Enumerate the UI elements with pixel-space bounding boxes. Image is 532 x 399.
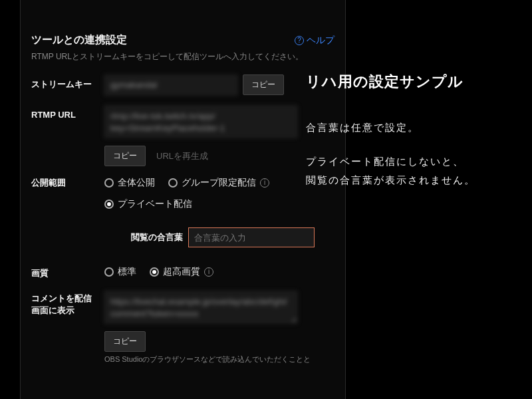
comment-url-input[interactable]: https://livechat.example.jp/overlay/abc/… <box>104 291 297 323</box>
label-stream-key: ストリームキー <box>31 74 104 90</box>
radio-group[interactable]: グループ限定配信 i <box>168 177 269 189</box>
row-visibility: 公開範囲 全体公開 グループ限定配信 i プライベート配信 <box>31 177 334 261</box>
settings-panel: ツールとの連携設定 ? ヘルプ RTMP URLとストリームキーをコピーして配信… <box>20 0 346 399</box>
row-quality: 画質 標準 超高画質 i <box>31 266 334 279</box>
password-row: 閲覧の合言葉 <box>131 227 334 247</box>
radio-label: 標準 <box>118 266 136 278</box>
radio-icon <box>104 178 114 188</box>
copy-comment-button[interactable]: コピー <box>104 331 146 352</box>
radio-icon <box>104 267 114 277</box>
label-password: 閲覧の合言葉 <box>131 231 183 243</box>
row-comment: コメントを配信 画面に表示 https://livechat.example.j… <box>31 291 334 364</box>
regenerate-url-link[interactable]: URLを再生成 <box>156 150 208 162</box>
stream-key-input[interactable] <box>104 75 237 95</box>
label-rtmp: RTMP URL <box>31 106 104 120</box>
help-icon: ? <box>295 36 304 45</box>
radio-label: 全体公開 <box>118 177 155 189</box>
row-rtmp: RTMP URL rtmp://live-tok.twitch.tv/app/ … <box>31 106 334 166</box>
radio-label: プライベート配信 <box>118 198 192 210</box>
label-quality: 画質 <box>31 266 104 279</box>
info-icon[interactable]: i <box>260 178 269 188</box>
help-link[interactable]: ? ヘルプ <box>295 35 334 47</box>
radio-label: グループ限定配信 <box>182 177 256 189</box>
radio-public[interactable]: 全体公開 <box>104 177 155 189</box>
radio-icon <box>150 267 159 277</box>
radio-high[interactable]: 超高画質 i <box>150 266 213 278</box>
radio-label: 超高画質 <box>163 266 200 278</box>
radio-standard[interactable]: 標準 <box>104 266 136 278</box>
info-icon[interactable]: i <box>204 267 213 277</box>
rtmp-url-input[interactable]: rtmp://live-tok.twitch.tv/app/ key=Strea… <box>104 106 297 138</box>
label-comment: コメントを配信 画面に表示 <box>31 291 104 317</box>
password-input[interactable] <box>188 227 315 247</box>
row-stream-key: ストリームキー コピー <box>31 74 334 95</box>
label-visibility: 公開範囲 <box>31 177 104 189</box>
copy-stream-key-button[interactable]: コピー <box>243 74 284 95</box>
radio-icon <box>104 200 114 209</box>
copy-rtmp-button[interactable]: コピー <box>104 146 146 166</box>
comment-note: OBS Studioのブラウザソースなどで読み込んでいただくことと <box>104 354 334 364</box>
radio-private[interactable]: プライベート配信 <box>104 198 192 210</box>
help-label: ヘルプ <box>307 35 334 47</box>
section-title: ツールとの連携設定 <box>31 33 127 47</box>
radio-icon <box>168 178 178 188</box>
section-header: ツールとの連携設定 ? ヘルプ <box>31 33 334 47</box>
section-subtext: RTMP URLとストリームキーをコピーして配信ツールへ入力してください。 <box>31 51 334 63</box>
